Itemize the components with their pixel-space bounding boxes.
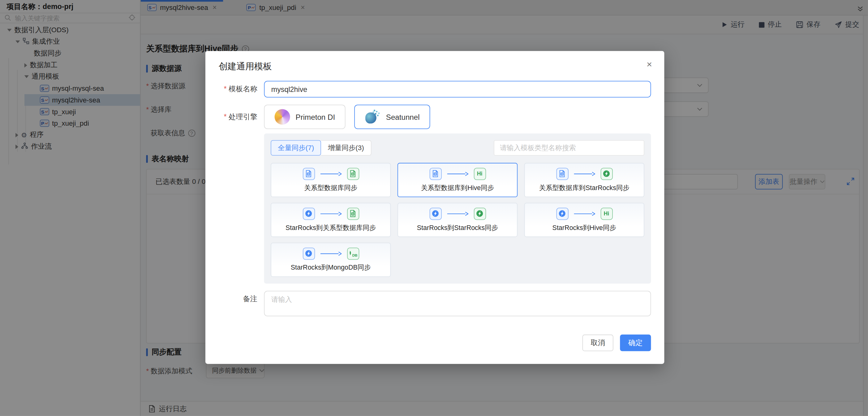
rdb-icon bbox=[347, 168, 359, 180]
arrow-right-icon bbox=[446, 171, 469, 176]
template-search-input[interactable] bbox=[494, 140, 644, 156]
arrow-right-icon bbox=[319, 211, 342, 216]
remark-label: 备注 bbox=[219, 291, 264, 304]
tab-incremental-sync[interactable]: 增量同步(3) bbox=[321, 140, 371, 156]
hive-icon: Hi bbox=[474, 168, 486, 180]
engine-option-seatunnel[interactable]: Seatunnel bbox=[354, 105, 430, 129]
starrocks-icon bbox=[303, 247, 315, 259]
rdb-icon bbox=[347, 207, 359, 219]
seatunnel-logo-icon bbox=[365, 109, 380, 125]
rdb-icon bbox=[303, 168, 315, 180]
template-card-starrocks2starrocks[interactable]: StarRocks到StarRocks同步 bbox=[398, 203, 518, 237]
application-window: 项目名称：demo-prj 数据引入层(ODS) 集成作业 数据同步 bbox=[0, 0, 868, 416]
mongodb-icon: DB bbox=[347, 247, 359, 259]
remark-textarea[interactable] bbox=[264, 291, 651, 316]
template-card-starrocks2mongodb[interactable]: DB StarRocks到MongoDB同步 bbox=[271, 243, 391, 277]
modal-title: 创建通用模板 bbox=[219, 61, 651, 73]
starrocks-icon bbox=[556, 207, 568, 219]
template-card-starrocks2hive[interactable]: Hi StarRocks到Hive同步 bbox=[524, 203, 644, 237]
template-card-starrocks2rdb[interactable]: StarRocks到关系型数据库同步 bbox=[271, 203, 391, 237]
template-card-grid: 关系型数据库同步 Hi 关系型数据库到Hive同步 bbox=[271, 163, 644, 277]
hive-icon: Hi bbox=[600, 207, 613, 219]
template-card-rdb2starrocks[interactable]: 关系型数据库到StarRocks同步 bbox=[524, 163, 644, 197]
rdb-icon bbox=[556, 168, 568, 180]
create-template-modal: 创建通用模板 × 模板名称 处理引擎 Primeton DI Seatunnel bbox=[206, 51, 664, 364]
arrow-right-icon bbox=[573, 211, 595, 216]
starrocks-icon bbox=[600, 168, 613, 180]
template-card-rdb2hive[interactable]: Hi 关系型数据库到Hive同步 bbox=[398, 163, 518, 197]
arrow-right-icon bbox=[319, 171, 342, 176]
rdb-icon bbox=[429, 168, 441, 180]
arrow-right-icon bbox=[573, 171, 595, 176]
starrocks-icon bbox=[303, 207, 315, 219]
template-card-rdb2rdb[interactable]: 关系型数据库同步 bbox=[271, 163, 391, 197]
template-type-panel: 全量同步(7) 增量同步(3) 关系型数据库同步 bbox=[264, 133, 651, 284]
arrow-right-icon bbox=[446, 211, 469, 216]
engine-label: 处理引擎 bbox=[219, 105, 264, 129]
arrow-right-icon bbox=[319, 251, 342, 256]
primeton-logo-icon bbox=[275, 109, 290, 125]
engine-option-primeton[interactable]: Primeton DI bbox=[264, 105, 346, 129]
template-name-label: 模板名称 bbox=[219, 81, 264, 97]
starrocks-icon bbox=[474, 207, 486, 219]
template-name-input[interactable] bbox=[264, 81, 651, 97]
sync-type-tabs: 全量同步(7) 增量同步(3) bbox=[271, 140, 371, 156]
starrocks-icon bbox=[429, 207, 441, 219]
tab-full-sync[interactable]: 全量同步(7) bbox=[271, 140, 321, 156]
cancel-button[interactable]: 取消 bbox=[583, 335, 613, 351]
close-icon[interactable]: × bbox=[647, 60, 652, 69]
ok-button[interactable]: 确定 bbox=[620, 335, 651, 351]
